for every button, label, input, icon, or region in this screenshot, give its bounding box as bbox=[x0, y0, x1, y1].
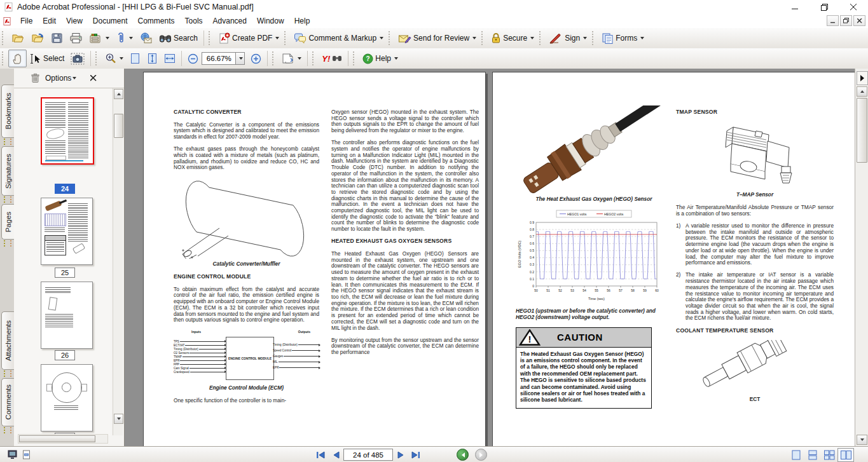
close-icon[interactable] bbox=[839, 0, 868, 14]
thumbnail-label-24[interactable]: 24 bbox=[55, 184, 75, 194]
scroll-down-icon[interactable] bbox=[114, 414, 123, 424]
thumb-text bbox=[45, 140, 65, 154]
thumbnail-label-26[interactable]: 26 bbox=[55, 350, 75, 360]
attach-button[interactable] bbox=[113, 29, 136, 47]
toolbar-grip[interactable] bbox=[272, 51, 277, 65]
previous-page-button[interactable] bbox=[328, 449, 343, 461]
search-button[interactable]: Search bbox=[156, 29, 201, 47]
zoom-in-button[interactable] bbox=[247, 50, 265, 67]
scroll-up-icon[interactable] bbox=[114, 89, 123, 99]
toolbar-grip[interactable] bbox=[95, 51, 100, 65]
doc-restore-icon[interactable] bbox=[840, 15, 852, 26]
toolbar-grip[interactable] bbox=[592, 31, 596, 45]
toolbar-grip[interactable] bbox=[389, 31, 393, 45]
menu-view[interactable]: View bbox=[61, 15, 88, 27]
acrobat-window: Adobe Acrobat Professional - [HHI LPG & … bbox=[0, 0, 868, 462]
thumbnail-page-25[interactable] bbox=[41, 198, 93, 265]
page-size-icon[interactable] bbox=[5, 449, 19, 461]
toolbar-grip[interactable] bbox=[539, 31, 544, 45]
heading-engine-control-module: ENGINE CONTROL MODULE bbox=[174, 274, 319, 280]
toolbar-grip[interactable] bbox=[353, 51, 357, 65]
forms-button[interactable]: Forms bbox=[598, 29, 647, 47]
menu-comments[interactable]: Comments bbox=[133, 15, 180, 27]
tab-attachments[interactable]: Attachments bbox=[1, 311, 15, 370]
thumb-text bbox=[45, 287, 71, 294]
menu-help[interactable]: Help bbox=[289, 15, 315, 27]
options-menu[interactable]: Options bbox=[45, 74, 71, 83]
create-pdf-button[interactable]: Create PDF bbox=[215, 29, 282, 47]
first-page-button[interactable] bbox=[313, 449, 328, 461]
scroll-mode-icon[interactable] bbox=[19, 449, 33, 461]
open-button[interactable] bbox=[8, 29, 28, 47]
panel-close-icon[interactable] bbox=[90, 75, 97, 81]
scroll-down-icon[interactable] bbox=[857, 435, 867, 445]
paragraph: The controller also performs diagnostic … bbox=[331, 140, 479, 233]
doc-minimize-icon[interactable] bbox=[827, 15, 839, 26]
yahoo-search-button[interactable]: Y! bbox=[319, 50, 345, 67]
menu-edit[interactable]: Edit bbox=[38, 15, 61, 27]
send-for-review-button[interactable]: Send for Review bbox=[395, 29, 479, 47]
toolbar-grip[interactable] bbox=[284, 31, 289, 45]
show-panel-icon[interactable] bbox=[857, 71, 868, 85]
tab-pages[interactable]: Pages bbox=[1, 204, 15, 240]
next-page-button[interactable] bbox=[393, 449, 408, 461]
snapshot-tool-button[interactable] bbox=[67, 50, 88, 67]
secure-button[interactable]: Secure bbox=[488, 29, 537, 47]
facing-view-button[interactable] bbox=[837, 448, 854, 462]
file-cabinet-button[interactable] bbox=[86, 29, 113, 47]
minimize-icon[interactable] bbox=[780, 0, 809, 14]
menu-window[interactable]: Window bbox=[252, 15, 289, 27]
comment-markup-button[interactable]: Comment & Markup bbox=[291, 29, 387, 47]
page-number-input[interactable] bbox=[343, 449, 393, 461]
zoom-level-dropdown[interactable] bbox=[236, 52, 245, 65]
scroll-up-icon[interactable] bbox=[857, 86, 867, 97]
tab-signatures[interactable]: Signatures bbox=[1, 146, 15, 196]
fit-width-button[interactable] bbox=[161, 50, 179, 67]
thumbnail-page-24[interactable] bbox=[41, 97, 94, 165]
fit-page-button[interactable] bbox=[127, 50, 144, 67]
toolbar-grip[interactable] bbox=[312, 51, 317, 65]
save-button[interactable] bbox=[48, 29, 66, 47]
page-display-button[interactable] bbox=[279, 50, 305, 67]
doc-close-icon[interactable] bbox=[853, 15, 865, 26]
restore-icon[interactable] bbox=[809, 0, 839, 14]
help-button[interactable]: ? Help bbox=[359, 50, 401, 67]
continuous-view-button[interactable] bbox=[804, 448, 821, 462]
zoom-tool-button[interactable] bbox=[102, 50, 127, 67]
tab-comments[interactable]: Comments bbox=[1, 378, 15, 426]
toolbar-grip[interactable] bbox=[481, 31, 486, 45]
hand-tool-button[interactable] bbox=[8, 50, 27, 67]
print-button[interactable] bbox=[66, 29, 86, 47]
thumbnail-page-27[interactable] bbox=[41, 364, 93, 431]
fit-height-button[interactable] bbox=[144, 50, 161, 67]
next-view-button[interactable] bbox=[475, 449, 487, 461]
status-bar bbox=[0, 446, 868, 462]
menu-tools[interactable]: Tools bbox=[180, 15, 208, 27]
caption-hego-photo: The Heat Exhaust Gas Oxygen (HEGO) Senso… bbox=[516, 196, 672, 203]
organizer-open-button[interactable] bbox=[28, 29, 48, 47]
continuous-facing-view-button[interactable] bbox=[821, 448, 837, 462]
thumbnail-hscrollbar[interactable] bbox=[18, 434, 108, 444]
zoom-level-value[interactable]: 66.67% bbox=[202, 52, 236, 65]
tab-bookmarks[interactable]: Bookmarks bbox=[1, 85, 15, 138]
last-page-button[interactable] bbox=[408, 449, 424, 461]
sign-button[interactable]: Sign bbox=[546, 29, 590, 47]
zoom-out-button[interactable] bbox=[184, 50, 202, 67]
select-tool-button[interactable]: Select bbox=[27, 50, 67, 67]
trash-icon[interactable] bbox=[31, 73, 40, 83]
scrollbar-thumb[interactable] bbox=[114, 114, 123, 138]
thumbnail-page-26[interactable] bbox=[41, 282, 93, 349]
single-page-view-button[interactable] bbox=[788, 448, 804, 462]
toolbar-grip[interactable] bbox=[209, 31, 213, 45]
scrollbar-thumb[interactable] bbox=[19, 435, 95, 442]
toolbar-grip[interactable] bbox=[2, 31, 6, 45]
menu-advanced[interactable]: Advanced bbox=[208, 15, 252, 27]
paragraph: Oxygen sensor (HEGO) mounted in the exha… bbox=[331, 109, 479, 134]
menu-document[interactable]: Document bbox=[88, 15, 133, 27]
thumbnail-label-25[interactable]: 25 bbox=[55, 268, 75, 278]
menu-file[interactable]: File bbox=[15, 15, 38, 27]
scrollbar-thumb[interactable] bbox=[857, 98, 867, 163]
email-button[interactable] bbox=[136, 29, 156, 47]
toolbar-grip[interactable] bbox=[2, 51, 6, 65]
previous-view-button[interactable] bbox=[457, 449, 469, 461]
